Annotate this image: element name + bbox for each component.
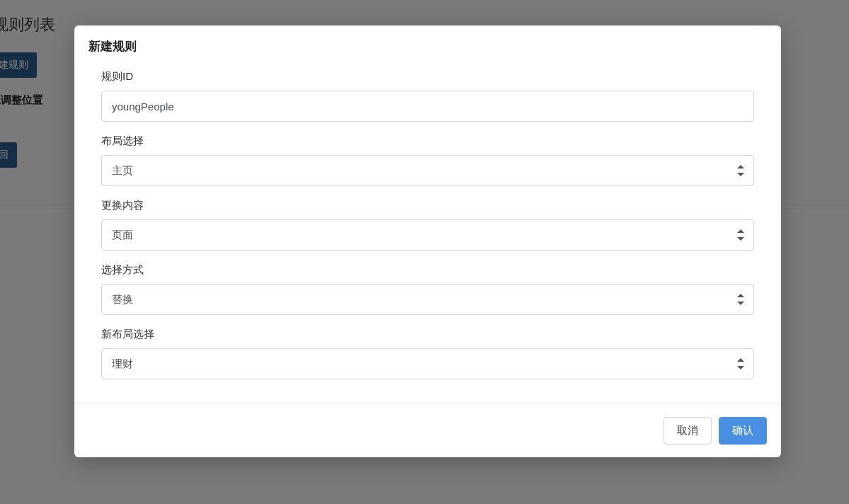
select-method-label: 选择方式 [101,263,754,277]
change-content-label: 更换内容 [101,199,754,212]
confirm-button[interactable]: 确认 [719,417,767,445]
rule-id-group: 规则ID [101,70,754,122]
select-method-group: 选择方式 替换 [101,263,754,315]
change-content-dropdown[interactable]: 页面 [101,219,754,251]
new-rule-modal: 新建规则 规则ID 布局选择 主页 更换内容 页面 选择方式 替换 [74,25,781,457]
layout-select-dropdown[interactable]: 主页 [101,155,754,186]
modal-title: 新建规则 [89,38,767,55]
modal-header: 新建规则 [74,25,781,67]
select-method-dropdown[interactable]: 替换 [101,284,754,315]
layout-select-label: 布局选择 [101,134,754,148]
new-layout-select-label: 新布局选择 [101,328,754,341]
new-layout-select-dropdown[interactable]: 理财 [101,348,754,379]
cancel-button[interactable]: 取消 [663,417,712,445]
modal-footer: 取消 确认 [74,403,781,457]
new-layout-select-group: 新布局选择 理财 [101,328,754,379]
rule-id-label: 规则ID [101,70,754,84]
layout-select-group: 布局选择 主页 [101,134,754,186]
rule-id-input[interactable] [101,91,754,122]
modal-body: 规则ID 布局选择 主页 更换内容 页面 选择方式 替换 新布局 [74,67,781,403]
change-content-group: 更换内容 页面 [101,199,754,251]
